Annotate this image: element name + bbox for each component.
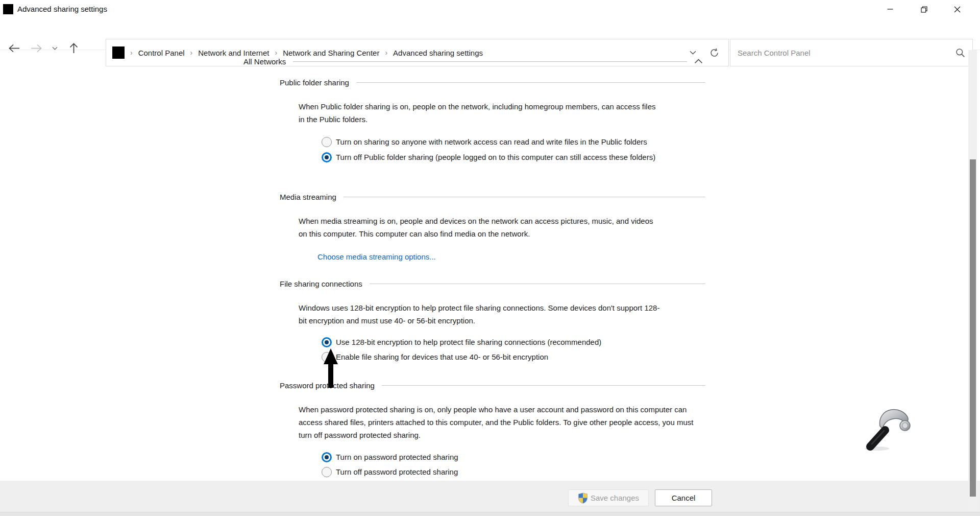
window-title: Advanced sharing settings [17,5,107,13]
close-button[interactable] [945,0,969,18]
section-divider [293,61,687,62]
radio-label[interactable]: Turn on password protected sharing [336,451,458,463]
radio-option-128bit-encryption[interactable]: Use 128-bit encryption to help protect f… [322,336,601,348]
subsection-password-protected-sharing: Password protected sharing [280,379,705,391]
up-arrow-annotation-icon [323,348,338,388]
radio-option-turn-on-public-sharing[interactable]: Turn on sharing so anyone with network a… [322,136,647,148]
radio-unchecked-icon[interactable] [322,137,332,147]
breadcrumb-control-panel[interactable]: Control Panel [138,49,185,57]
public-folder-description: When Public folder sharing is on, people… [299,100,661,126]
back-icon [8,44,20,53]
minimize-button[interactable] [878,0,902,18]
choose-media-streaming-options-link[interactable]: Choose media streaming options... [317,252,436,261]
password-protected-description: When password protected sharing is on, o… [299,403,694,441]
subsection-title: Media streaming [280,193,336,201]
recent-locations-button[interactable] [49,41,60,55]
search-input[interactable] [738,49,955,57]
file-sharing-description: Windows uses 128-bit encryption to help … [299,301,661,327]
minimize-icon [887,6,893,12]
vertical-scrollbar-thumb[interactable] [970,159,976,497]
radio-checked-icon[interactable] [322,337,332,347]
title-bar: Advanced sharing settings [0,0,980,18]
search-icon[interactable] [955,48,965,58]
collapse-chevron-icon[interactable] [694,59,703,64]
forward-button[interactable] [28,41,44,55]
cancel-button[interactable]: Cancel [655,489,712,506]
radio-label[interactable]: Use 128-bit encryption to help protect f… [336,336,601,348]
restore-icon [921,6,927,13]
section-divider [344,197,705,197]
close-icon [954,6,961,13]
app-icon [3,4,13,14]
footer-bar [0,481,980,512]
media-streaming-description: When media streaming is on, people and d… [299,215,661,240]
radio-checked-icon[interactable] [322,152,332,162]
back-button[interactable] [6,41,22,55]
search-box [730,39,973,66]
uac-shield-icon [578,492,588,504]
history-dropdown-icon [52,46,58,50]
window-bottom-edge [0,512,980,516]
radio-label[interactable]: Turn off Public folder sharing (people l… [336,151,679,163]
hammer-cursor-icon [862,404,915,451]
up-button[interactable] [65,41,82,55]
section-all-networks: All Networks [243,55,703,67]
subsection-media-streaming: Media streaming [280,191,705,203]
subsection-file-sharing-connections: File sharing connections [280,277,705,290]
radio-option-turn-off-public-sharing[interactable]: Turn off Public folder sharing (people l… [322,151,679,163]
forward-icon [30,44,42,53]
save-changes-button[interactable]: Save changes [568,489,649,506]
breadcrumb-separator: › [125,49,138,57]
radio-unchecked-icon[interactable] [322,467,332,477]
cancel-label: Cancel [672,494,696,502]
subsection-title: File sharing connections [280,279,362,288]
radio-option-40-56bit-encryption[interactable]: Enable file sharing for devices that use… [322,351,548,363]
refresh-icon[interactable] [709,48,719,58]
address-dropdown-icon[interactable] [690,51,696,55]
radio-label[interactable]: Turn off password protected sharing [336,466,458,478]
section-divider [356,82,705,83]
radio-label[interactable]: Enable file sharing for devices that use… [336,351,548,363]
up-icon [69,42,78,54]
radio-option-turn-off-password-sharing[interactable]: Turn off password protected sharing [322,466,458,478]
section-divider [382,385,705,386]
save-changes-label: Save changes [591,494,639,502]
section-divider [370,284,705,284]
subsection-public-folder-sharing: Public folder sharing [280,76,705,88]
location-icon [112,46,125,59]
restore-button[interactable] [912,0,936,18]
section-title: All Networks [243,57,286,66]
navigation-bar: › Control Panel › Network and Internet ›… [0,18,980,50]
subsection-title: Public folder sharing [280,78,349,87]
radio-label[interactable]: Turn on sharing so anyone with network a… [336,136,647,148]
breadcrumb-separator: › [185,49,199,57]
radio-option-turn-on-password-sharing[interactable]: Turn on password protected sharing [322,451,458,463]
radio-checked-icon[interactable] [322,452,332,462]
